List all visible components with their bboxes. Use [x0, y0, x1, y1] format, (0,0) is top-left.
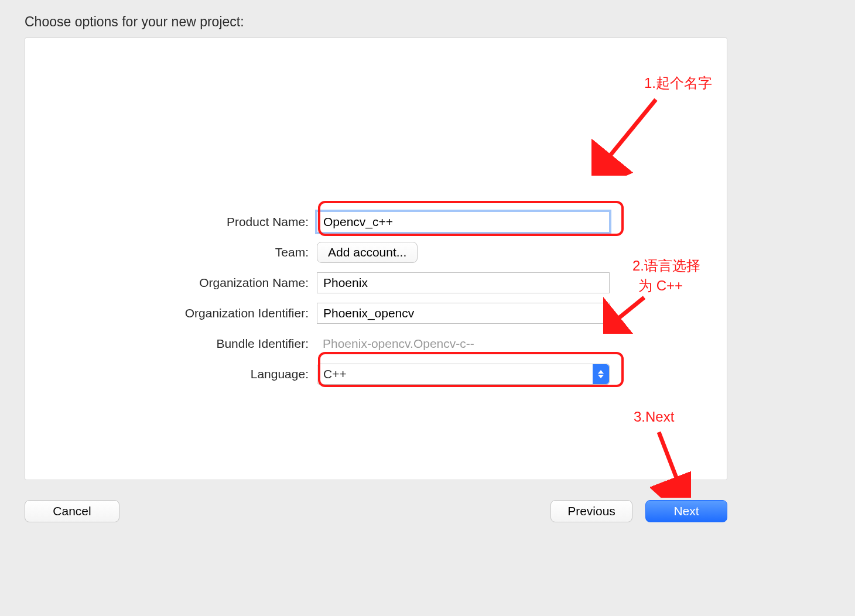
row-product-name: Product Name: [25, 207, 727, 237]
org-name-label: Organization Name: [25, 276, 317, 290]
annotation-2-line1: 2.语言选择 [632, 256, 700, 275]
language-label: Language: [25, 367, 317, 381]
project-options-form: Product Name: Team: Add account... Organ… [25, 207, 727, 389]
updown-icon [593, 364, 609, 384]
bundle-id-value: Phoenix-opencv.Opencv-c-- [317, 337, 474, 350]
product-name-input[interactable] [317, 211, 610, 232]
language-select-value: C++ [317, 367, 593, 381]
bundle-id-label: Bundle Identifier: [25, 337, 317, 351]
options-panel: Product Name: Team: Add account... Organ… [25, 37, 727, 480]
product-name-label: Product Name: [25, 215, 317, 229]
add-account-button[interactable]: Add account... [317, 242, 418, 263]
annotation-2-line2: 为 C++ [638, 276, 683, 295]
row-org-name: Organization Name: [25, 268, 727, 298]
org-id-label: Organization Identifier: [25, 306, 317, 320]
annotation-3: 3.Next [634, 409, 674, 425]
annotation-1: 1.起个名字 [644, 74, 712, 93]
team-label: Team: [25, 245, 317, 259]
row-org-id: Organization Identifier: [25, 298, 727, 328]
row-team: Team: Add account... [25, 237, 727, 268]
org-id-input[interactable] [317, 303, 610, 324]
row-bundle-id: Bundle Identifier: Phoenix-opencv.Opencv… [25, 328, 727, 359]
row-language: Language: C++ [25, 359, 727, 389]
page-title: Choose options for your new project: [25, 14, 244, 30]
next-button[interactable]: Next [645, 500, 727, 522]
language-select[interactable]: C++ [317, 364, 610, 385]
cancel-button[interactable]: Cancel [25, 500, 119, 522]
previous-button[interactable]: Previous [550, 500, 632, 522]
org-name-input[interactable] [317, 272, 610, 293]
